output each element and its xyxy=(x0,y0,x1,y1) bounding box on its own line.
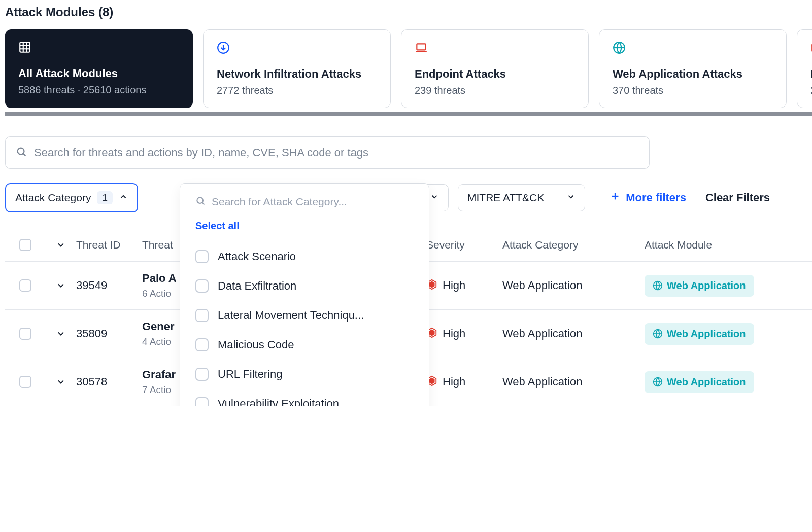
category-text: Web Application xyxy=(502,375,582,388)
dropdown-item-label: Attack Scenario xyxy=(218,250,296,263)
svg-rect-0 xyxy=(20,42,30,52)
module-badge: Web Application xyxy=(645,275,754,297)
expand-row-icon[interactable] xyxy=(46,377,76,387)
filter-mitre[interactable]: MITRE ATT&CK xyxy=(458,184,585,211)
svg-rect-6 xyxy=(417,44,425,50)
category-text: Web Application xyxy=(502,327,582,340)
row-checkbox[interactable] xyxy=(19,376,31,388)
dropdown-search[interactable] xyxy=(180,194,429,215)
filter-label: MITRE ATT&CK xyxy=(467,192,544,204)
chevron-down-icon[interactable] xyxy=(46,240,76,250)
dropdown-item[interactable]: Malicious Code xyxy=(180,330,429,360)
search-input[interactable] xyxy=(34,146,639,159)
dropdown-item[interactable]: Vulnerability Exploitation xyxy=(180,389,429,406)
dropdown-item[interactable]: Lateral Movement Techniqu... xyxy=(180,301,429,330)
expand-row-icon[interactable] xyxy=(46,280,76,291)
checkbox[interactable] xyxy=(195,338,209,351)
svg-line-14 xyxy=(202,202,204,204)
row-checkbox[interactable] xyxy=(19,328,31,340)
threat-id: 39549 xyxy=(76,279,142,292)
expand-row-icon[interactable] xyxy=(46,329,76,339)
filter-label: Attack Category xyxy=(15,192,91,204)
module-card-webapp[interactable]: Web Application Attacks 370 threats xyxy=(599,29,787,108)
dropdown-item-label: Vulnerability Exploitation xyxy=(218,397,339,406)
module-card-all[interactable]: All Attack Modules 5886 threats · 25610 … xyxy=(5,29,193,108)
module-card-subtitle: 2772 threats xyxy=(217,85,377,96)
chevron-down-icon xyxy=(430,192,439,204)
col-threat-id[interactable]: Threat ID xyxy=(76,239,142,251)
checkbox[interactable] xyxy=(195,397,209,406)
filter-attack-category[interactable]: Attack Category 1 xyxy=(5,183,138,212)
more-filters-link[interactable]: More filters xyxy=(610,191,686,205)
more-filters-label: More filters xyxy=(626,191,686,204)
module-card-title: All Attack Modules xyxy=(18,67,180,80)
checkbox[interactable] xyxy=(195,309,209,322)
dropdown-item-label: Malicious Code xyxy=(218,338,294,351)
filters-row: Attack Category 1 Select all Attack Scen… xyxy=(5,183,812,212)
col-category[interactable]: Attack Category xyxy=(502,239,645,251)
module-card-title: Network Infiltration Attacks xyxy=(217,67,377,81)
col-severity[interactable]: Severity xyxy=(426,239,502,251)
module-badge: Web Application xyxy=(645,323,754,345)
category-text: Web Application xyxy=(502,279,582,292)
module-card-subtitle: 239 threats xyxy=(415,85,575,96)
threat-id: 35809 xyxy=(76,327,142,340)
module-card-subtitle: 370 threats xyxy=(613,85,773,96)
module-card-title: Endpoint Attacks xyxy=(415,67,575,81)
dropdown-item[interactable]: URL Filtering xyxy=(180,360,429,389)
search-icon xyxy=(16,146,27,159)
checkbox[interactable] xyxy=(195,368,209,381)
download-icon xyxy=(217,41,230,54)
page-title: Attack Modules (8) xyxy=(5,5,812,19)
dropdown-item[interactable]: Attack Scenario xyxy=(180,242,429,271)
severity-text: High xyxy=(443,327,465,340)
dropdown-item[interactable]: Data Exfiltration xyxy=(180,271,429,301)
select-all-checkbox[interactable] xyxy=(19,239,31,251)
checkbox[interactable] xyxy=(195,279,209,293)
attack-category-dropdown: Select all Attack Scenario Data Exfiltra… xyxy=(180,183,429,406)
dropdown-search-input[interactable] xyxy=(212,196,414,208)
plus-icon xyxy=(610,191,621,205)
chevron-up-icon xyxy=(119,192,128,204)
laptop-icon xyxy=(415,41,428,54)
grid-icon xyxy=(18,41,31,54)
globe-icon xyxy=(613,41,626,54)
module-card-email[interactable]: E-ma 2409 xyxy=(797,29,812,108)
dropdown-item-label: Lateral Movement Techniqu... xyxy=(218,309,364,322)
module-card-title: Web Application Attacks xyxy=(613,67,773,81)
dropdown-item-label: URL Filtering xyxy=(218,368,283,381)
threat-id: 30578 xyxy=(76,375,142,388)
col-module[interactable]: Attack Module xyxy=(645,239,797,251)
filter-count-badge: 1 xyxy=(97,191,113,204)
module-cards-row: All Attack Modules 5886 threats · 25610 … xyxy=(5,29,812,116)
module-card-subtitle: 5886 threats · 25610 actions xyxy=(18,84,180,96)
dropdown-item-label: Data Exfiltration xyxy=(218,279,296,293)
checkbox[interactable] xyxy=(195,250,209,263)
svg-point-11 xyxy=(18,148,24,155)
module-badge: Web Application xyxy=(645,371,754,393)
search-bar[interactable] xyxy=(5,136,650,169)
severity-text: High xyxy=(443,279,465,292)
clear-filters-link[interactable]: Clear Filters xyxy=(705,191,770,204)
select-all-link[interactable]: Select all xyxy=(180,215,429,242)
svg-line-12 xyxy=(23,154,26,156)
svg-point-13 xyxy=(197,197,203,203)
search-icon xyxy=(195,196,206,208)
module-card-network[interactable]: Network Infiltration Attacks 2772 threat… xyxy=(203,29,391,108)
chevron-down-icon xyxy=(566,192,576,204)
module-card-endpoint[interactable]: Endpoint Attacks 239 threats xyxy=(401,29,589,108)
row-checkbox[interactable] xyxy=(19,279,31,292)
severity-text: High xyxy=(443,375,465,388)
